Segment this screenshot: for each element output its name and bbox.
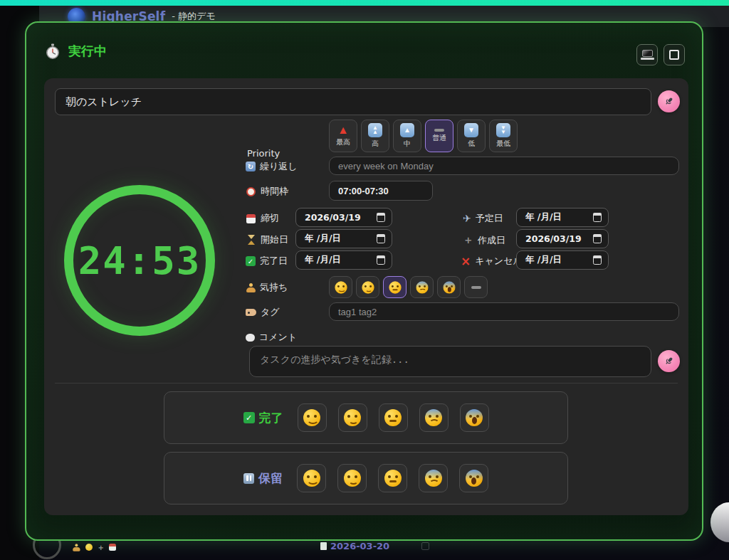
double-arrow-down-icon: ▼▼ [496, 123, 510, 137]
priority-lowest-button[interactable]: ▼▼ 最低 [489, 120, 518, 152]
task-title-input[interactable] [55, 88, 651, 115]
document-icon [320, 542, 327, 550]
slight-smile-face-icon [344, 470, 361, 487]
background-task-row: ＋ [71, 541, 116, 554]
microphone-icon [663, 355, 675, 367]
feeling-slight-smile-button[interactable] [356, 276, 379, 298]
created-date-input[interactable]: 2026/03/19 [516, 229, 609, 248]
feeling-none-button[interactable] [464, 276, 488, 298]
laptop-button[interactable] [636, 44, 658, 65]
feeling-scream-button[interactable] [437, 276, 461, 298]
complete-anxious-button[interactable] [419, 403, 449, 432]
scream-face-icon [466, 470, 483, 487]
created-label-row: ＋ 作成日 [463, 233, 505, 247]
comment-label: コメント [259, 331, 297, 344]
planned-label: 予定日 [476, 212, 503, 225]
feeling-neutral-button[interactable] [383, 276, 407, 298]
hold-anxious-button[interactable] [419, 464, 448, 492]
priority-low-button[interactable]: ▼ 低 [457, 120, 486, 152]
task-detail-panel: 24:53 Priority ▲ 最高 ▲▲ 高 ▲ 中 [44, 78, 688, 515]
red-triangle-up-icon: ▲ [337, 125, 349, 136]
hold-label: 保留 [258, 470, 283, 487]
status-header: 実行中 [44, 43, 107, 60]
meditating-person-icon [246, 283, 256, 292]
background-checkbox [421, 542, 429, 550]
title-mic-button[interactable] [658, 90, 680, 112]
priority-normal-button[interactable]: 普通 [425, 120, 453, 152]
priority-medium-button[interactable]: ▲ 中 [393, 120, 421, 152]
calendar-picker-icon [593, 213, 602, 222]
stopwatch-icon [44, 43, 61, 60]
planned-label-row: ✈ 予定日 [463, 212, 503, 225]
time-slot-input[interactable] [329, 181, 433, 201]
feeling-anxious-button[interactable] [410, 276, 434, 298]
cancelled-label-row: × キャンセル [461, 255, 523, 268]
pause-icon [243, 473, 254, 484]
check-icon: ✓ [246, 256, 256, 266]
slight-smile-face-icon [362, 281, 374, 293]
anxious-face-icon [425, 409, 442, 426]
repeat-icon: ↻ [246, 162, 256, 171]
hold-smile-button[interactable] [297, 464, 326, 492]
alarm-clock-icon [246, 187, 256, 196]
comment-textarea[interactable] [249, 346, 651, 377]
window-accent-bar [0, 0, 729, 6]
cancelled-label: キャンセル [475, 255, 523, 268]
anxious-face-icon [425, 470, 442, 487]
calendar-icon [246, 214, 256, 223]
priority-label: Priority [247, 148, 280, 159]
background-date-text: 2026-03-20 [330, 541, 389, 551]
deadline-date-input[interactable]: 2026/03/19 [295, 208, 392, 227]
start-date-input[interactable]: 年 /月/日 [295, 229, 392, 248]
hold-neutral-button[interactable] [378, 464, 407, 492]
complete-neutral-button[interactable] [379, 403, 408, 432]
section-divider [55, 383, 678, 384]
scream-face-icon [443, 281, 455, 293]
countdown-timer: 24:53 [64, 185, 215, 336]
scream-face-icon [466, 409, 483, 426]
meditating-person-icon [72, 544, 80, 551]
complete-scream-button[interactable] [460, 403, 489, 432]
timer-display: 24:53 [78, 238, 201, 283]
stop-button[interactable] [664, 44, 685, 65]
comment-mic-button[interactable] [658, 350, 680, 372]
task-timer-modal: 実行中 [25, 21, 703, 541]
complete-smile-button[interactable] [298, 403, 327, 432]
planned-date-input[interactable]: 年 /月/日 [516, 208, 609, 227]
calendar-picker-icon [377, 256, 385, 265]
smile-face-icon [303, 470, 320, 487]
priority-high-button[interactable]: ▲▲ 高 [361, 120, 389, 152]
hold-slight-smile-button[interactable] [337, 464, 367, 492]
neutral-face-icon [384, 470, 402, 487]
page: HigherSelf - 静的デモ ＋ 2026-03-20 実行中 [0, 0, 729, 560]
neutral-face-icon [389, 281, 401, 293]
done-date-input[interactable]: 年 /月/日 [295, 250, 392, 270]
double-arrow-up-icon: ▲▲ [368, 123, 382, 137]
created-label: 作成日 [478, 234, 505, 247]
background-fab [710, 502, 729, 542]
neutral-face-icon [384, 409, 402, 426]
background-date: 2026-03-20 [320, 541, 389, 551]
time-slot-label-row: 時間枠 [246, 185, 288, 198]
calendar-picker-icon [377, 235, 385, 243]
priority-options: ▲ 最高 ▲▲ 高 ▲ 中 普通 ▼ 低 [329, 120, 518, 152]
tags-input[interactable] [329, 302, 679, 321]
start-label: 開始日 [261, 233, 288, 246]
cancelled-date-input[interactable]: 年 /月/日 [516, 250, 609, 270]
deadline-label-row: 締切 [246, 212, 279, 225]
repeat-label: 繰り返し [260, 160, 298, 173]
stop-square-icon [669, 50, 679, 60]
speech-bubble-icon [246, 334, 255, 342]
deadline-label: 締切 [261, 212, 279, 225]
tags-label: タグ [261, 306, 280, 319]
hold-scream-button[interactable] [459, 464, 488, 492]
feeling-smile-button[interactable] [329, 276, 352, 298]
anxious-face-icon [416, 281, 428, 293]
calendar-picker-icon [593, 235, 602, 243]
comment-label-row: コメント [246, 331, 297, 344]
repeat-input[interactable] [329, 157, 679, 175]
complete-label: 完了 [259, 410, 283, 426]
priority-highest-button[interactable]: ▲ 最高 [329, 120, 357, 152]
status-label: 実行中 [68, 43, 107, 60]
complete-slight-smile-button[interactable] [338, 403, 367, 432]
